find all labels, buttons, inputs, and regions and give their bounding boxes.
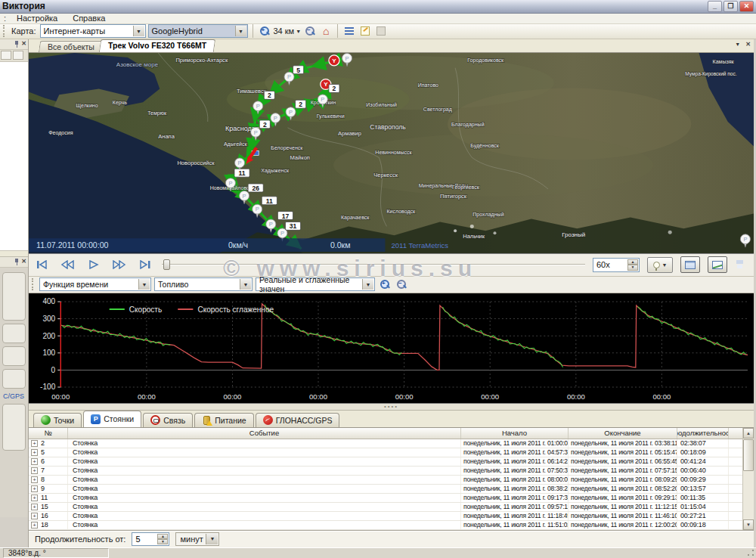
- table-scrollbar[interactable]: ▲ ▼: [742, 428, 754, 530]
- speed-chart-panel[interactable]: 4003002001000-10000:0000:0000:0000:0000:…: [29, 293, 754, 404]
- zoom-in-button[interactable]: +: [258, 24, 271, 38]
- row-expander-icon[interactable]: +: [31, 485, 38, 492]
- panel-box[interactable]: [2, 324, 26, 343]
- chevron-down-icon[interactable]: ▼: [362, 279, 373, 290]
- events-table-header[interactable]: №СобытиеНачалоОкончаниеПродолжительность: [29, 428, 754, 439]
- slider-track[interactable]: [162, 264, 585, 265]
- row-expander-icon[interactable]: +: [31, 513, 38, 519]
- object-tree-panel[interactable]: [0, 62, 28, 251]
- table-row[interactable]: +6Стоянкапонедельник, 11 июля 2011 г. 06…: [29, 457, 754, 467]
- table-row[interactable]: +16Стоянкапонедельник, 11 июля 2011 г. 1…: [29, 512, 754, 521]
- rewind-button[interactable]: [59, 257, 77, 272]
- pin-icon[interactable]: [14, 259, 19, 265]
- fast-forward-button[interactable]: [110, 257, 129, 272]
- resize-grip[interactable]: [746, 548, 755, 557]
- chart-zoom-in-button[interactable]: +: [378, 277, 392, 291]
- close-button[interactable]: ✕: [739, 1, 754, 12]
- play-button[interactable]: [85, 257, 103, 272]
- table-row[interactable]: +11Стоянкапонедельник, 11 июля 2011 г. 0…: [29, 494, 754, 503]
- table-row[interactable]: +9Стоянкапонедельник, 11 июля 2011 г. 08…: [29, 485, 754, 494]
- menu-settings[interactable]: Настройка: [10, 14, 64, 23]
- row-expander-icon[interactable]: +: [31, 476, 38, 483]
- column-header[interactable]: №: [29, 428, 68, 439]
- column-header[interactable]: Продолжительность: [677, 428, 729, 439]
- chevron-down-icon[interactable]: ▼: [138, 279, 150, 290]
- map-scale-select[interactable]: 34 км▼: [274, 26, 302, 36]
- tab-list-dropdown-icon[interactable]: ▼: [735, 42, 740, 48]
- duration-unit-select[interactable]: минут▼: [175, 532, 219, 546]
- slider-thumb[interactable]: [163, 259, 170, 270]
- tab-glonass-gps[interactable]: ГЛОНАСС/GPS: [256, 413, 340, 427]
- table-row[interactable]: +8Стоянкапонедельник, 11 июля 2011 г. 08…: [29, 476, 754, 485]
- chart-parameter-select[interactable]: Топливо▼: [154, 277, 253, 291]
- show-table-button[interactable]: [680, 256, 700, 273]
- tab-points[interactable]: Точки: [33, 413, 82, 427]
- spin-down-icon[interactable]: ▼: [627, 265, 638, 271]
- close-icon[interactable]: ✕: [21, 259, 26, 265]
- close-icon[interactable]: ✕: [21, 41, 26, 47]
- spin-up-icon[interactable]: ▲: [157, 534, 168, 539]
- skip-end-button[interactable]: [136, 257, 154, 272]
- row-expander-icon[interactable]: +: [31, 440, 38, 447]
- title-bar[interactable]: Виктория _ ❐ ✕: [0, 0, 756, 14]
- table-row[interactable]: +2Стоянкапонедельник, 11 июля 2011 г. 01…: [29, 439, 754, 448]
- tab-all-objects[interactable]: Все объекты: [39, 41, 104, 52]
- column-header[interactable]: Начало: [461, 428, 569, 439]
- spin-down-icon[interactable]: ▼: [157, 539, 168, 544]
- horizontal-splitter[interactable]: ••••: [29, 404, 754, 411]
- column-header[interactable]: Событие: [68, 428, 461, 439]
- tab-communication[interactable]: Связь: [143, 413, 193, 427]
- table-row[interactable]: +18Стоянкапонедельник, 11 июля 2011 г. 1…: [29, 521, 754, 530]
- scroll-up-icon[interactable]: ▲: [743, 428, 754, 439]
- zoom-out-button[interactable]: −: [303, 24, 317, 38]
- skip-start-button[interactable]: [33, 257, 51, 272]
- playback-speed-spinner[interactable]: 60x ▲▼: [593, 258, 640, 272]
- chevron-down-icon[interactable]: ▼: [133, 26, 144, 36]
- tab-power[interactable]: Питание: [194, 413, 253, 427]
- row-expander-icon[interactable]: +: [31, 449, 38, 456]
- chevron-down-icon[interactable]: ▼: [235, 26, 246, 36]
- map-view[interactable]: Азовское мореПриморско-АхтарскТимашевскК…: [29, 53, 754, 254]
- pin-icon[interactable]: [14, 41, 19, 48]
- chevron-down-icon[interactable]: ▼: [206, 534, 218, 544]
- minimize-button[interactable]: _: [708, 1, 722, 12]
- spin-up-icon[interactable]: ▲: [627, 259, 638, 265]
- toolbar-grip[interactable]: [3, 25, 6, 37]
- fuel-stop-marker[interactable]: Y: [329, 55, 339, 66]
- tab-stops[interactable]: PСтоянки: [83, 411, 141, 427]
- row-expander-icon[interactable]: +: [31, 458, 38, 465]
- scroll-down-icon[interactable]: ▼: [743, 519, 754, 530]
- table-row[interactable]: +7Стоянкапонедельник, 11 июля 2011 г. 07…: [29, 467, 754, 476]
- speed-chart[interactable]: 4003002001000-10000:0000:0000:0000:0000:…: [29, 293, 754, 404]
- restore-button[interactable]: ❐: [723, 1, 738, 12]
- toolbar-grip[interactable]: [32, 278, 35, 290]
- close-tab-icon[interactable]: ✕: [745, 42, 751, 48]
- chevron-down-icon[interactable]: ▼: [240, 279, 251, 290]
- panel-box[interactable]: [2, 272, 26, 321]
- duration-value-spinner[interactable]: 5 ▲▼: [132, 532, 169, 546]
- row-expander-icon[interactable]: +: [31, 522, 38, 529]
- edit-notes-button[interactable]: [358, 24, 372, 38]
- menu-help[interactable]: Справка: [66, 14, 112, 23]
- satellite-map[interactable]: Азовское мореПриморско-АхтарскТимашевскК…: [29, 53, 754, 253]
- chart-function-select[interactable]: Функция времени▼: [39, 277, 151, 291]
- table-row[interactable]: +5Стоянкапонедельник, 11 июля 2011 г. 04…: [29, 448, 754, 457]
- toolbar-fragment[interactable]: [1, 51, 11, 60]
- map-type-select[interactable]: GoogleHybrid▼: [148, 24, 248, 38]
- panel-box[interactable]: [2, 404, 26, 451]
- toolbar-fragment[interactable]: [13, 51, 23, 60]
- row-expander-icon[interactable]: +: [31, 504, 38, 510]
- home-icon[interactable]: ⌂: [319, 24, 333, 38]
- row-expander-icon[interactable]: +: [31, 494, 38, 501]
- tab-track-volvo[interactable]: Трек Volvo FE320 Т666МТ: [99, 39, 216, 52]
- show-chart-button[interactable]: [708, 256, 727, 273]
- highlight-dropdown-button[interactable]: ▼: [647, 257, 673, 273]
- timeline-slider[interactable]: [162, 257, 585, 272]
- table-row[interactable]: +15Стоянкапонедельник, 11 июля 2011 г. 0…: [29, 503, 754, 512]
- scrollbar-thumb[interactable]: [743, 439, 754, 471]
- chart-values-mode-select[interactable]: Реальные и сглаженные значен▼: [256, 277, 375, 291]
- panel-box[interactable]: [2, 369, 26, 389]
- panel-box[interactable]: [2, 346, 26, 366]
- map-source-select[interactable]: Интернет-карты▼: [40, 24, 146, 38]
- legend-list-button[interactable]: [342, 24, 356, 38]
